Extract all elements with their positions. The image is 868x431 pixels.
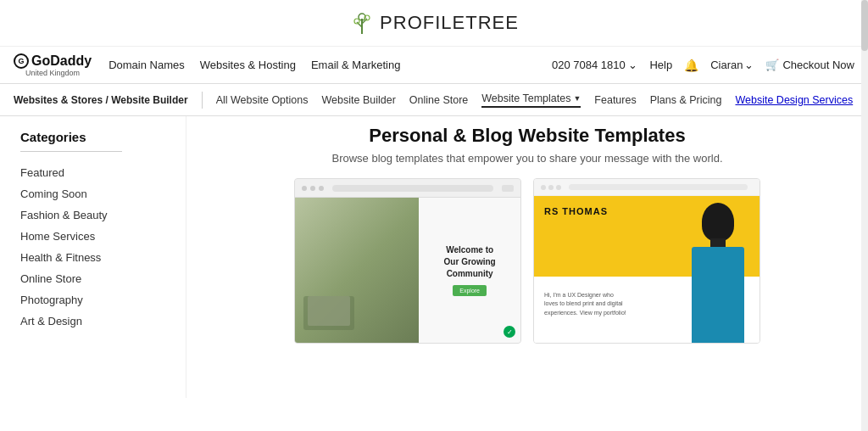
- category-coming-soon[interactable]: Coming Soon: [20, 183, 165, 204]
- window-dot-b: [548, 185, 554, 190]
- sub-nav-divider: [202, 92, 203, 109]
- user-menu[interactable]: Ciaran ⌄: [710, 59, 754, 71]
- url-bar: [332, 185, 493, 192]
- window-dot-2: [310, 186, 315, 191]
- categories-divider: [20, 151, 122, 152]
- template-card-community[interactable]: Welcome to Our Growing Community Explore: [294, 178, 521, 344]
- sub-nav-online-store[interactable]: Online Store: [409, 94, 468, 106]
- url-bar-2: [569, 184, 748, 190]
- templates-content-area: Personal & Blog Website Templates Browse…: [186, 116, 868, 398]
- page-subtitle: Browse blog templates that empower you t…: [203, 152, 851, 165]
- card-body-community: Welcome to Our Growing Community Explore: [295, 198, 520, 343]
- window-dot-a: [541, 185, 546, 190]
- phone-number: 020 7084 1810 ⌄: [552, 59, 637, 71]
- sub-nav-plans-pricing[interactable]: Plans & Pricing: [650, 94, 722, 106]
- card-header-thomas: [534, 179, 760, 196]
- nav-domain-names[interactable]: Domain Names: [108, 59, 185, 71]
- template-card-thomas[interactable]: RS THOMAS Hi, I'm a UX Designer who love…: [533, 178, 760, 344]
- phone-chevron-icon: ⌄: [628, 59, 637, 71]
- user-chevron-icon: ⌄: [744, 59, 754, 71]
- window-dot-1: [302, 186, 307, 191]
- help-link[interactable]: Help: [649, 59, 672, 71]
- category-art-design[interactable]: Art & Design: [20, 311, 165, 332]
- nav-email-marketing[interactable]: Email & Marketing: [311, 59, 400, 71]
- category-home-services[interactable]: Home Services: [20, 226, 165, 247]
- nav-websites-hosting[interactable]: Websites & Hosting: [200, 59, 296, 71]
- sub-nav-links: All Website Options Website Builder Onli…: [216, 92, 854, 108]
- main-content: Categories Featured Coming Soon Fashion …: [0, 116, 868, 398]
- category-fashion-beauty[interactable]: Fashion & Beauty: [20, 204, 165, 226]
- notifications-icon[interactable]: 🔔: [684, 59, 698, 72]
- templates-chevron-icon: ▼: [573, 94, 581, 103]
- checkout-link[interactable]: 🛒 Checkout Now: [765, 59, 854, 71]
- categories-list: Featured Coming Soon Fashion & Beauty Ho…: [20, 162, 165, 332]
- thomas-name: RS THOMAS: [544, 206, 608, 216]
- category-featured[interactable]: Featured: [20, 162, 165, 183]
- tree-icon: [349, 10, 375, 36]
- welcome-text: Welcome to Our Growing Community: [444, 244, 496, 280]
- person-head: [702, 203, 734, 241]
- sub-navbar: Websites & Stores / Website Builder All …: [0, 84, 868, 116]
- thomas-desc: Hi, I'm a UX Designer who loves to blend…: [544, 291, 629, 318]
- nav-buttons: [502, 185, 514, 192]
- window-dot-c: [556, 185, 561, 190]
- check-icon: [504, 326, 515, 338]
- logo-text: PROFILETREE: [380, 12, 519, 34]
- sub-nav-features[interactable]: Features: [594, 94, 636, 106]
- sub-nav-design-services[interactable]: Website Design Services: [735, 94, 853, 106]
- godaddy-navbar: G GoDaddy United Kingdom Domain Names We…: [0, 47, 868, 84]
- sub-nav-website-builder[interactable]: Website Builder: [321, 94, 395, 106]
- profiletree-logo: PROFILETREE: [349, 10, 519, 36]
- sidebar: Categories Featured Coming Soon Fashion …: [0, 116, 186, 398]
- category-photography[interactable]: Photography: [20, 289, 165, 311]
- profiletree-banner: PROFILETREE: [0, 0, 868, 47]
- person-body: [692, 247, 744, 343]
- card-image-left: [295, 198, 419, 343]
- category-health-fitness[interactable]: Health & Fitness: [20, 247, 165, 268]
- godaddy-brand-name: GoDaddy: [31, 53, 92, 69]
- card-text-right: Welcome to Our Growing Community Explore: [419, 198, 520, 343]
- breadcrumb-text: Websites & Stores / Website Builder: [14, 94, 188, 106]
- page-scrollbar[interactable]: [861, 0, 868, 431]
- category-online-store[interactable]: Online Store: [20, 268, 165, 289]
- godaddy-nav-right: 020 7084 1810 ⌄ Help 🔔 Ciaran ⌄ 🛒 Checko…: [552, 59, 854, 72]
- card-body-thomas: RS THOMAS Hi, I'm a UX Designer who love…: [534, 196, 760, 343]
- godaddy-circle-icon: G: [14, 53, 29, 69]
- cart-icon: 🛒: [765, 59, 779, 71]
- godaddy-nav-links: Domain Names Websites & Hosting Email & …: [108, 59, 552, 71]
- svg-point-4: [354, 19, 359, 24]
- sub-nav-all-website-options[interactable]: All Website Options: [216, 94, 309, 106]
- window-dot-3: [319, 186, 324, 191]
- card-header-community: [295, 179, 520, 198]
- sub-nav-website-templates[interactable]: Website Templates ▼: [481, 92, 581, 108]
- scrollbar-thumb[interactable]: [861, 0, 868, 51]
- person-figure: [683, 196, 751, 343]
- categories-title: Categories: [20, 130, 165, 144]
- godaddy-region: United Kingdom: [25, 69, 80, 77]
- page-title: Personal & Blog Website Templates: [203, 125, 851, 147]
- templates-grid: Welcome to Our Growing Community Explore: [203, 178, 851, 344]
- godaddy-logo: G GoDaddy United Kingdom: [14, 53, 92, 77]
- breadcrumb: Websites & Stores / Website Builder: [14, 94, 188, 106]
- cta-button-community[interactable]: Explore: [453, 285, 487, 296]
